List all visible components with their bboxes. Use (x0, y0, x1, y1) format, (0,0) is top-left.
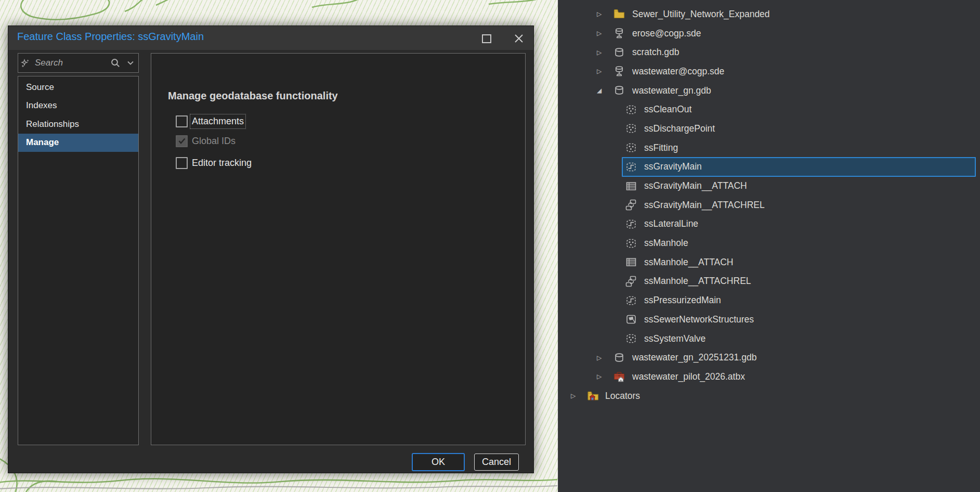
tree-item-content[interactable]: erose@cogp.sde (610, 23, 976, 43)
search-box[interactable]: Search (18, 53, 139, 73)
tree-item-content[interactable]: ssSewerNetworkStructures (622, 309, 976, 329)
sparkle-icon (21, 58, 30, 68)
tree-item-content[interactable]: ssFitting (622, 138, 976, 158)
tree-item-content[interactable]: ssManhole__ATTACH (622, 252, 976, 272)
checkbox-label[interactable]: Attachments (192, 116, 244, 127)
tree-item-ssfitting[interactable]: ssFitting (558, 138, 980, 158)
feature-class-properties-dialog: Feature Class Properties: ssGravityMain … (8, 25, 534, 473)
search-input[interactable]: Search (35, 58, 110, 68)
panel-heading: Manage geodatabase functionality (168, 90, 338, 102)
point-feature-class-icon (625, 237, 637, 250)
search-icon[interactable] (110, 58, 121, 68)
point-feature-class-icon (625, 103, 637, 116)
checkbox-global-ids (176, 135, 188, 147)
manage-panel: Manage geodatabase functionality Attachm… (151, 53, 526, 445)
tree-item-content[interactable]: ssPressurizedMain (622, 291, 976, 310)
tree-item-content[interactable]: ssManhole__ATTACHREL (622, 271, 976, 291)
tree-item-content[interactable]: scratch.gdb (610, 43, 976, 62)
tree-item-content[interactable]: ssSystemValve (622, 329, 976, 348)
tree-item-content[interactable]: ssDischargePoint (622, 119, 976, 138)
close-icon (514, 33, 524, 44)
tree-item-ssmanhole__attachrel[interactable]: ssManhole__ATTACHREL (558, 272, 980, 291)
tree-item-label: scratch.gdb (632, 47, 679, 58)
tree-item-label: ssGravityMain__ATTACH (644, 180, 747, 191)
tree-item-sewer_utility_network_expanded[interactable]: ▷Sewer_Utility_Network_Expanded (558, 5, 980, 24)
tree-item-sssystemvalve[interactable]: ssSystemValve (558, 329, 980, 348)
checkbox-label[interactable]: Editor tracking (192, 158, 252, 169)
tree-item-content[interactable]: ssGravityMain__ATTACH (622, 176, 976, 196)
expand-arrow-icon[interactable]: ▷ (596, 354, 610, 361)
tree-item-content[interactable]: wastewater_pilot_2026.atbx (610, 367, 976, 386)
tree-item-label: ssManhole__ATTACHREL (644, 276, 751, 287)
line-feature-class-icon (625, 294, 637, 307)
relationship-class-icon (625, 275, 637, 288)
tree-item-wastewater_pilot_2026.atbx[interactable]: ▷wastewater_pilot_2026.atbx (558, 367, 980, 386)
tree-item-label: erose@cogp.sde (632, 28, 701, 39)
tree-item-content[interactable]: wastewater@cogp.sde (610, 61, 976, 81)
tree-item-ssgravitymain[interactable]: ssGravityMain (558, 158, 980, 177)
expand-arrow-icon[interactable]: ▷ (596, 373, 610, 380)
sidebar-item-manage[interactable]: Manage (18, 134, 138, 152)
cancel-button[interactable]: Cancel (474, 454, 519, 471)
tree-item-wastewater@cogp.sde[interactable]: ▷wastewater@cogp.sde (558, 62, 980, 81)
tree-item-content[interactable]: Sewer_Utility_Network_Expanded (610, 4, 976, 24)
expand-arrow-icon[interactable]: ▷ (596, 49, 610, 56)
chevron-down-icon[interactable] (127, 60, 134, 66)
point-feature-class-icon (625, 122, 637, 135)
dialog-title: Feature Class Properties: ssGravityMain (17, 31, 204, 43)
tree-item-wastewater_gn.gdb[interactable]: ◢wastewater_gn.gdb (558, 81, 980, 100)
table-icon (625, 256, 637, 268)
geodatabase-icon (613, 84, 625, 97)
locators-folder-icon (587, 390, 599, 402)
tree-item-label: ssSewerNetworkStructures (644, 314, 754, 325)
expand-arrow-icon[interactable]: ▷ (596, 30, 610, 37)
maximize-button[interactable] (479, 32, 494, 45)
checkbox-row-editor-tracking: Editor tracking (176, 157, 252, 169)
tree-item-content[interactable]: ssManhole (622, 234, 976, 253)
tree-item-ssdischargepoint[interactable]: ssDischargePoint (558, 119, 980, 138)
tree-item-ssgravitymain__attachrel[interactable]: ssGravityMain__ATTACHREL (558, 196, 980, 215)
tree-item-erose@cogp.sde[interactable]: ▷erose@cogp.sde (558, 24, 980, 43)
relationship-class-icon (625, 199, 637, 211)
sidebar-item-source[interactable]: Source (18, 78, 138, 97)
checkbox-attachments[interactable] (176, 115, 188, 127)
tree-item-content[interactable]: ssCleanOut (622, 100, 976, 120)
tree-item-content[interactable]: Locators (584, 386, 976, 406)
tree-item-label: ssGravityMain__ATTACHREL (644, 200, 765, 211)
tree-item-label: ssFitting (644, 143, 678, 153)
tree-item-sscleanout[interactable]: ssCleanOut (558, 100, 980, 119)
sidebar-item-indexes[interactable]: Indexes (18, 97, 138, 115)
expand-arrow-icon[interactable]: ▷ (596, 10, 610, 18)
tree-item-ssgravitymain__attach[interactable]: ssGravityMain__ATTACH (558, 176, 980, 196)
tree-item-content[interactable]: ssGravityMain__ATTACHREL (622, 195, 976, 215)
point-feature-class-icon (625, 141, 637, 154)
tree-item-content[interactable]: wastewater_gn_20251231.gdb (610, 348, 976, 368)
tree-item-wastewater_gn_20251231.gdb[interactable]: ▷wastewater_gn_20251231.gdb (558, 348, 980, 367)
checkbox-editor-tracking[interactable] (176, 157, 188, 169)
ok-button[interactable]: OK (412, 453, 465, 471)
tree-item-ssmanhole[interactable]: ssManhole (558, 234, 980, 253)
tree-item-label: ssCleanOut (644, 104, 691, 115)
tree-item-label: wastewater@cogp.sde (632, 66, 724, 77)
tree-item-ssmanhole__attach[interactable]: ssManhole__ATTACH (558, 253, 980, 272)
tree-item-sslateralline[interactable]: ssLateralLine (558, 215, 980, 234)
database-connection-icon (613, 27, 625, 40)
tree-item-scratch.gdb[interactable]: ▷scratch.gdb (558, 43, 980, 62)
tree-item-label: ssManhole (644, 238, 688, 249)
sidebar-item-relationships[interactable]: Relationships (18, 115, 138, 134)
tree-item-locators[interactable]: ▷Locators (558, 386, 980, 406)
close-button[interactable] (510, 31, 528, 46)
tree-item-sspressurizedmain[interactable]: ssPressurizedMain (558, 291, 980, 310)
expand-arrow-icon[interactable]: ▷ (570, 392, 584, 399)
tree-item-sssewernetworkstructures[interactable]: ssSewerNetworkStructures (558, 310, 980, 329)
expand-arrow-icon[interactable]: ▷ (596, 68, 610, 75)
tree-item-label: wastewater_gn.gdb (632, 85, 711, 96)
tree-item-content[interactable]: ssLateralLine (622, 214, 976, 234)
geodatabase-icon (613, 352, 625, 364)
dialog-titlebar[interactable]: Feature Class Properties: ssGravityMain (8, 26, 533, 50)
folder-icon (613, 8, 625, 20)
tree-item-content[interactable]: ssGravityMain (622, 157, 976, 177)
collapse-arrow-icon[interactable]: ◢ (596, 87, 610, 94)
tree-item-content[interactable]: wastewater_gn.gdb (610, 81, 976, 100)
catalog-tree-panel: ▷Sewer_Utility_Network_Expanded▷erose@co… (558, 0, 980, 492)
